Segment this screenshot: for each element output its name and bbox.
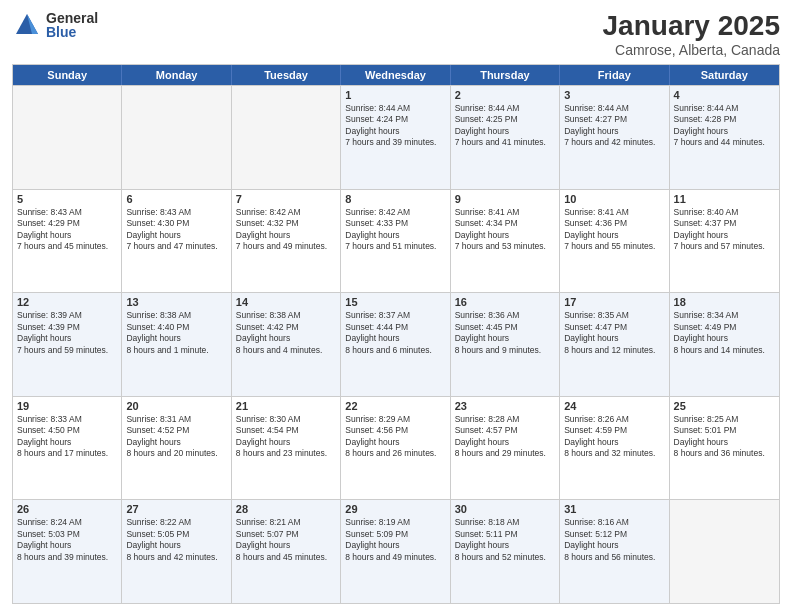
logo-general: General xyxy=(46,11,98,25)
day-cell-20: 20Sunrise: 8:31 AMSunset: 4:52 PMDayligh… xyxy=(122,397,231,500)
calendar-row: 5Sunrise: 8:43 AMSunset: 4:29 PMDaylight… xyxy=(13,189,779,293)
day-header-sunday: Sunday xyxy=(13,65,122,85)
day-number: 18 xyxy=(674,296,775,308)
day-cell-6: 6Sunrise: 8:43 AMSunset: 4:30 PMDaylight… xyxy=(122,190,231,293)
cell-info: Sunrise: 8:33 AMSunset: 4:50 PMDaylight … xyxy=(17,414,117,460)
cell-info: Sunrise: 8:30 AMSunset: 4:54 PMDaylight … xyxy=(236,414,336,460)
day-number: 1 xyxy=(345,89,445,101)
empty-cell xyxy=(13,86,122,189)
day-cell-28: 28Sunrise: 8:21 AMSunset: 5:07 PMDayligh… xyxy=(232,500,341,603)
calendar-row: 19Sunrise: 8:33 AMSunset: 4:50 PMDayligh… xyxy=(13,396,779,500)
day-number: 14 xyxy=(236,296,336,308)
day-cell-24: 24Sunrise: 8:26 AMSunset: 4:59 PMDayligh… xyxy=(560,397,669,500)
cell-info: Sunrise: 8:38 AMSunset: 4:40 PMDaylight … xyxy=(126,310,226,356)
empty-cell xyxy=(670,500,779,603)
day-cell-31: 31Sunrise: 8:16 AMSunset: 5:12 PMDayligh… xyxy=(560,500,669,603)
day-cell-1: 1Sunrise: 8:44 AMSunset: 4:24 PMDaylight… xyxy=(341,86,450,189)
day-number: 23 xyxy=(455,400,555,412)
day-number: 28 xyxy=(236,503,336,515)
day-cell-13: 13Sunrise: 8:38 AMSunset: 4:40 PMDayligh… xyxy=(122,293,231,396)
day-number: 20 xyxy=(126,400,226,412)
day-header-wednesday: Wednesday xyxy=(341,65,450,85)
month-title: January 2025 xyxy=(603,10,780,42)
day-number: 24 xyxy=(564,400,664,412)
day-cell-9: 9Sunrise: 8:41 AMSunset: 4:34 PMDaylight… xyxy=(451,190,560,293)
calendar-header: SundayMondayTuesdayWednesdayThursdayFrid… xyxy=(13,65,779,85)
cell-info: Sunrise: 8:44 AMSunset: 4:27 PMDaylight … xyxy=(564,103,664,149)
cell-info: Sunrise: 8:37 AMSunset: 4:44 PMDaylight … xyxy=(345,310,445,356)
day-cell-16: 16Sunrise: 8:36 AMSunset: 4:45 PMDayligh… xyxy=(451,293,560,396)
cell-info: Sunrise: 8:42 AMSunset: 4:32 PMDaylight … xyxy=(236,207,336,253)
day-number: 2 xyxy=(455,89,555,101)
cell-info: Sunrise: 8:41 AMSunset: 4:36 PMDaylight … xyxy=(564,207,664,253)
day-number: 26 xyxy=(17,503,117,515)
cell-info: Sunrise: 8:40 AMSunset: 4:37 PMDaylight … xyxy=(674,207,775,253)
calendar: SundayMondayTuesdayWednesdayThursdayFrid… xyxy=(12,64,780,604)
day-cell-23: 23Sunrise: 8:28 AMSunset: 4:57 PMDayligh… xyxy=(451,397,560,500)
day-cell-12: 12Sunrise: 8:39 AMSunset: 4:39 PMDayligh… xyxy=(13,293,122,396)
day-number: 29 xyxy=(345,503,445,515)
day-cell-5: 5Sunrise: 8:43 AMSunset: 4:29 PMDaylight… xyxy=(13,190,122,293)
cell-info: Sunrise: 8:24 AMSunset: 5:03 PMDaylight … xyxy=(17,517,117,563)
day-cell-18: 18Sunrise: 8:34 AMSunset: 4:49 PMDayligh… xyxy=(670,293,779,396)
day-number: 27 xyxy=(126,503,226,515)
day-number: 17 xyxy=(564,296,664,308)
day-number: 12 xyxy=(17,296,117,308)
day-cell-8: 8Sunrise: 8:42 AMSunset: 4:33 PMDaylight… xyxy=(341,190,450,293)
day-number: 8 xyxy=(345,193,445,205)
cell-info: Sunrise: 8:29 AMSunset: 4:56 PMDaylight … xyxy=(345,414,445,460)
cell-info: Sunrise: 8:35 AMSunset: 4:47 PMDaylight … xyxy=(564,310,664,356)
logo-text: General Blue xyxy=(46,11,98,39)
location-subtitle: Camrose, Alberta, Canada xyxy=(603,42,780,58)
day-number: 31 xyxy=(564,503,664,515)
day-cell-14: 14Sunrise: 8:38 AMSunset: 4:42 PMDayligh… xyxy=(232,293,341,396)
day-number: 22 xyxy=(345,400,445,412)
title-block: January 2025 Camrose, Alberta, Canada xyxy=(603,10,780,58)
day-number: 19 xyxy=(17,400,117,412)
day-number: 11 xyxy=(674,193,775,205)
day-cell-27: 27Sunrise: 8:22 AMSunset: 5:05 PMDayligh… xyxy=(122,500,231,603)
day-number: 6 xyxy=(126,193,226,205)
cell-info: Sunrise: 8:41 AMSunset: 4:34 PMDaylight … xyxy=(455,207,555,253)
day-cell-11: 11Sunrise: 8:40 AMSunset: 4:37 PMDayligh… xyxy=(670,190,779,293)
cell-info: Sunrise: 8:18 AMSunset: 5:11 PMDaylight … xyxy=(455,517,555,563)
calendar-container: General Blue January 2025 Camrose, Alber… xyxy=(0,0,792,612)
day-header-thursday: Thursday xyxy=(451,65,560,85)
day-header-monday: Monday xyxy=(122,65,231,85)
day-number: 5 xyxy=(17,193,117,205)
day-cell-4: 4Sunrise: 8:44 AMSunset: 4:28 PMDaylight… xyxy=(670,86,779,189)
cell-info: Sunrise: 8:39 AMSunset: 4:39 PMDaylight … xyxy=(17,310,117,356)
day-number: 9 xyxy=(455,193,555,205)
day-number: 13 xyxy=(126,296,226,308)
day-cell-22: 22Sunrise: 8:29 AMSunset: 4:56 PMDayligh… xyxy=(341,397,450,500)
logo: General Blue xyxy=(12,10,98,40)
cell-info: Sunrise: 8:42 AMSunset: 4:33 PMDaylight … xyxy=(345,207,445,253)
day-number: 25 xyxy=(674,400,775,412)
calendar-body: 1Sunrise: 8:44 AMSunset: 4:24 PMDaylight… xyxy=(13,85,779,603)
cell-info: Sunrise: 8:22 AMSunset: 5:05 PMDaylight … xyxy=(126,517,226,563)
cell-info: Sunrise: 8:31 AMSunset: 4:52 PMDaylight … xyxy=(126,414,226,460)
cell-info: Sunrise: 8:44 AMSunset: 4:28 PMDaylight … xyxy=(674,103,775,149)
day-cell-15: 15Sunrise: 8:37 AMSunset: 4:44 PMDayligh… xyxy=(341,293,450,396)
cell-info: Sunrise: 8:43 AMSunset: 4:30 PMDaylight … xyxy=(126,207,226,253)
cell-info: Sunrise: 8:44 AMSunset: 4:25 PMDaylight … xyxy=(455,103,555,149)
cell-info: Sunrise: 8:44 AMSunset: 4:24 PMDaylight … xyxy=(345,103,445,149)
calendar-row: 1Sunrise: 8:44 AMSunset: 4:24 PMDaylight… xyxy=(13,85,779,189)
empty-cell xyxy=(122,86,231,189)
day-number: 3 xyxy=(564,89,664,101)
day-cell-26: 26Sunrise: 8:24 AMSunset: 5:03 PMDayligh… xyxy=(13,500,122,603)
day-cell-21: 21Sunrise: 8:30 AMSunset: 4:54 PMDayligh… xyxy=(232,397,341,500)
day-number: 16 xyxy=(455,296,555,308)
cell-info: Sunrise: 8:16 AMSunset: 5:12 PMDaylight … xyxy=(564,517,664,563)
day-header-friday: Friday xyxy=(560,65,669,85)
day-cell-7: 7Sunrise: 8:42 AMSunset: 4:32 PMDaylight… xyxy=(232,190,341,293)
day-number: 7 xyxy=(236,193,336,205)
cell-info: Sunrise: 8:34 AMSunset: 4:49 PMDaylight … xyxy=(674,310,775,356)
day-cell-2: 2Sunrise: 8:44 AMSunset: 4:25 PMDaylight… xyxy=(451,86,560,189)
day-cell-30: 30Sunrise: 8:18 AMSunset: 5:11 PMDayligh… xyxy=(451,500,560,603)
day-cell-19: 19Sunrise: 8:33 AMSunset: 4:50 PMDayligh… xyxy=(13,397,122,500)
day-cell-17: 17Sunrise: 8:35 AMSunset: 4:47 PMDayligh… xyxy=(560,293,669,396)
day-number: 21 xyxy=(236,400,336,412)
day-cell-25: 25Sunrise: 8:25 AMSunset: 5:01 PMDayligh… xyxy=(670,397,779,500)
cell-info: Sunrise: 8:36 AMSunset: 4:45 PMDaylight … xyxy=(455,310,555,356)
